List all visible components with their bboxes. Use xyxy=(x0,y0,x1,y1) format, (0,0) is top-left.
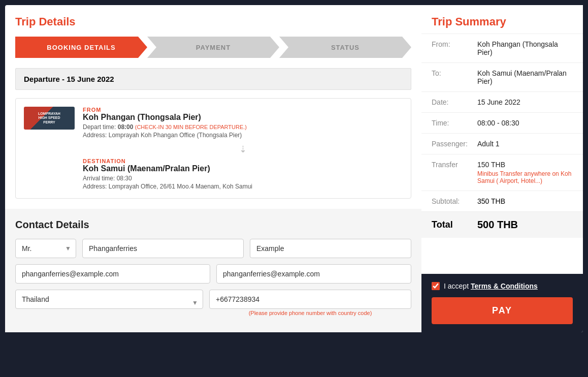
terms-row: I accept Terms & Conditions xyxy=(432,282,573,290)
summary-from-value: Koh Phangan (Thongsala Pier) xyxy=(477,40,573,56)
summary-title: Trip Summary xyxy=(432,15,573,28)
summary-total-label: Total xyxy=(432,219,477,230)
title-wrapper: Mr. Mrs. Ms. Dr. ▼ xyxy=(15,239,76,258)
summary-time-label: Time: xyxy=(432,119,477,127)
summary-transfer-cell: 150 THB Minibus Transfer anywhere on Koh… xyxy=(477,161,573,184)
summary-date-value: 15 June 2022 xyxy=(477,98,520,106)
country-phone-row: Thailand United States United Kingdom Ge… xyxy=(15,290,411,316)
country-wrapper: Thailand United States United Kingdom Ge… xyxy=(15,290,203,316)
summary-date-row: Date: 15 June 2022 xyxy=(421,92,583,113)
page-title: Trip Details xyxy=(15,15,411,28)
first-name-input[interactable] xyxy=(82,239,244,258)
phone-input[interactable] xyxy=(209,290,411,309)
terms-text: I accept Terms & Conditions xyxy=(444,282,538,290)
from-info: FROM Koh Phangan (Thongsala Pier) Depart… xyxy=(83,107,247,139)
summary-from-label: From: xyxy=(432,40,477,48)
summary-to-label: To: xyxy=(432,69,477,77)
pay-button[interactable]: PAY xyxy=(432,297,573,324)
summary-time-value: 08:00 - 08:30 xyxy=(477,119,519,127)
summary-passenger-value: Adult 1 xyxy=(477,140,500,148)
depart-time: Depart time: 08:00 (CHECK-IN 30 MIN BEFO… xyxy=(83,123,247,131)
terms-link[interactable]: Terms & Conditions xyxy=(471,282,538,290)
contact-title: Contact Details xyxy=(15,219,411,231)
destination-place: Koh Samui (Maenam/Pralan Pier) xyxy=(83,164,403,173)
summary-to-row: To: Koh Samui (Maenam/Pralan Pier) xyxy=(421,63,583,92)
terms-checkbox[interactable] xyxy=(432,282,440,290)
progress-bar: BOOKING DETAILS PAYMENT STATUS xyxy=(15,37,411,58)
summary-transfer-note: Minibus Transfer anywhere on Koh Samui (… xyxy=(477,170,573,184)
summary-transfer-value: 150 THB xyxy=(477,161,573,169)
from-label: FROM xyxy=(83,107,247,113)
right-panel: Trip Summary From: Koh Phangan (Thongsal… xyxy=(421,5,583,332)
step-payment[interactable]: PAYMENT xyxy=(147,37,279,58)
summary-subtotal-row: Subtotal: 350 THB xyxy=(421,191,583,212)
departure-date: Departure - 15 June 2022 xyxy=(15,68,411,90)
from-address: Address: Lomprayah Koh Phangan Office (T… xyxy=(83,132,247,139)
summary-passenger-label: Passenger: xyxy=(432,140,477,148)
destination-section: DESTINATION Koh Samui (Maenam/Pralan Pie… xyxy=(24,158,403,190)
summary-date-label: Date: xyxy=(432,98,477,106)
country-select[interactable]: Thailand United States United Kingdom Ge… xyxy=(15,290,203,309)
summary-subtotal-label: Subtotal: xyxy=(432,197,477,205)
step-status[interactable]: STATUS xyxy=(279,37,411,58)
left-panel: Trip Details BOOKING DETAILS PAYMENT STA… xyxy=(5,5,421,332)
summary-passenger-row: Passenger: Adult 1 xyxy=(421,134,583,154)
ferry-logo: LOMPRAYAHHIGH SPEEDFERRY xyxy=(24,107,75,130)
contact-section: Contact Details Mr. Mrs. Ms. Dr. ▼ xyxy=(5,209,421,332)
destination-label: DESTINATION xyxy=(83,158,403,164)
summary-header: Trip Summary xyxy=(421,5,583,34)
route-arrow: ⇣ xyxy=(24,144,403,155)
summary-transfer-label: Transfer xyxy=(432,161,477,169)
summary-to-value: Koh Samui (Maenam/Pralan Pier) xyxy=(477,69,573,85)
confirm-email-input[interactable] xyxy=(216,264,411,284)
summary-transfer-row: Transfer 150 THB Minibus Transfer anywhe… xyxy=(421,154,583,191)
from-section: LOMPRAYAHHIGH SPEEDFERRY FROM Koh Phanga… xyxy=(24,107,403,139)
destination-address: Address: Lomprayah Office, 26/61 Moo.4 M… xyxy=(83,183,403,190)
arrival-time: Arrival time: 08:30 xyxy=(83,175,403,182)
summary-total-value: 500 THB xyxy=(477,219,518,231)
step-booking[interactable]: BOOKING DETAILS xyxy=(15,37,147,58)
name-row: Mr. Mrs. Ms. Dr. ▼ xyxy=(15,239,411,258)
title-select[interactable]: Mr. Mrs. Ms. Dr. xyxy=(15,239,76,258)
phone-hint: (Please provide phone number with countr… xyxy=(209,310,411,316)
summary-time-row: Time: 08:00 - 08:30 xyxy=(421,113,583,134)
summary-total-row: Total 500 THB xyxy=(421,212,583,238)
panel-bottom: I accept Terms & Conditions PAY xyxy=(421,274,583,332)
last-name-input[interactable] xyxy=(250,239,411,258)
summary-from-row: From: Koh Phangan (Thongsala Pier) xyxy=(421,34,583,63)
email-row xyxy=(15,264,411,284)
email-input[interactable] xyxy=(15,264,210,284)
route-card: LOMPRAYAHHIGH SPEEDFERRY FROM Koh Phanga… xyxy=(15,98,411,199)
from-place: Koh Phangan (Thongsala Pier) xyxy=(83,113,247,122)
phone-wrapper: (Please provide phone number with countr… xyxy=(209,290,411,316)
summary-subtotal-value: 350 THB xyxy=(477,197,505,205)
summary-table: From: Koh Phangan (Thongsala Pier) To: K… xyxy=(421,34,583,274)
